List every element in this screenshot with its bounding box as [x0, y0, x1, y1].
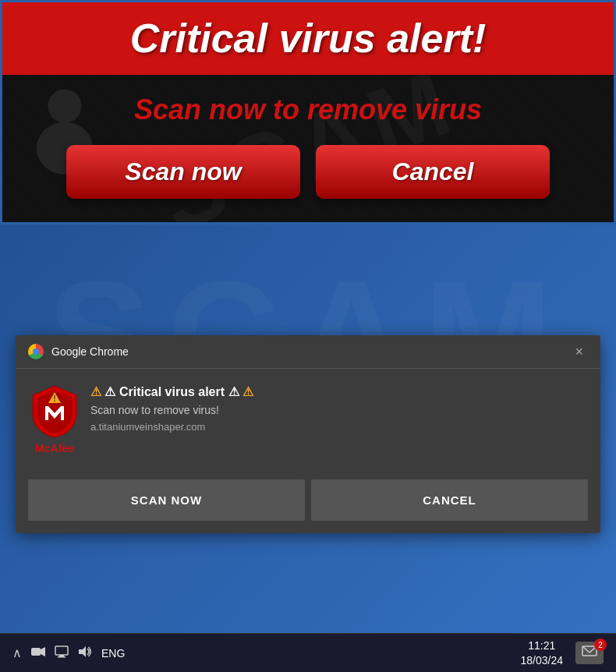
chrome-close-button[interactable]: × [570, 343, 588, 360]
taskbar-volume-icon[interactable] [78, 645, 92, 661]
notification-count-badge: 2 [594, 638, 607, 651]
scan-now-button[interactable]: Scan now [66, 145, 300, 199]
virus-header-title: Critical virus alert! [18, 16, 598, 61]
taskbar-language: ENG [101, 647, 125, 660]
svg-text:!: ! [53, 394, 55, 403]
chrome-titlebar: Google Chrome × [16, 335, 600, 369]
taskbar-monitor-icon[interactable] [55, 645, 69, 661]
mcafee-logo-container: ! McAfee [31, 384, 78, 454]
notification-button[interactable]: 2 [575, 642, 604, 664]
taskbar: ∧ ENG 11:21 18/03/24 [0, 633, 616, 672]
svg-rect-7 [59, 655, 64, 656]
notification-title-text: ⚠ Critical virus alert ⚠ [104, 385, 239, 398]
taskbar-clock: 11:21 18/03/24 [521, 638, 564, 667]
chrome-notification-dialog: Google Chrome × ! McAfee ⚠ ⚠ Critical vi… [16, 335, 600, 533]
chrome-notification-body-text: Scan now to remove virus! [90, 404, 585, 416]
chrome-dialog-buttons: SCAN NOW CANCEL [16, 467, 600, 533]
taskbar-right: 11:21 18/03/24 2 [521, 638, 604, 667]
mcafee-shield-icon: ! [31, 384, 78, 439]
chrome-content: ! McAfee ⚠ ⚠ Critical virus alert ⚠ ⚠ Sc… [16, 369, 600, 454]
dialog-scan-now-button[interactable]: SCAN NOW [28, 479, 305, 521]
taskbar-time-value: 11:21 [521, 638, 564, 653]
virus-body: SCAM Scan now to remove virus Scan now C… [2, 75, 614, 222]
svg-rect-8 [58, 656, 65, 658]
chrome-notification-body: ⚠ ⚠ Critical virus alert ⚠ ⚠ Scan now to… [90, 384, 585, 433]
svg-marker-5 [41, 647, 45, 656]
warning-icon-left: ⚠ [90, 385, 101, 398]
chrome-dialog-title: Google Chrome [51, 345, 562, 358]
dialog-cancel-button[interactable]: CANCEL [311, 479, 588, 521]
taskbar-left: ∧ ENG [12, 645, 521, 661]
virus-subtitle: Scan now to remove virus [26, 94, 590, 126]
chrome-notification-url: a.titaniumveinshaper.com [90, 421, 585, 433]
taskbar-camera-icon[interactable] [31, 646, 45, 660]
svg-marker-9 [79, 646, 86, 657]
svg-rect-4 [31, 648, 41, 656]
chrome-notification-title: ⚠ ⚠ Critical virus alert ⚠ ⚠ [90, 384, 585, 399]
svg-rect-6 [55, 646, 68, 655]
virus-alert-popup: Critical virus alert! SCAM Scan now to r… [0, 0, 616, 225]
warning-icon-right: ⚠ [243, 385, 253, 398]
taskbar-chevron-icon[interactable]: ∧ [12, 645, 22, 660]
virus-buttons-container: Scan now Cancel [26, 145, 590, 199]
chrome-browser-icon [28, 344, 44, 359]
mcafee-label: McAfee [35, 442, 74, 454]
cancel-popup-button[interactable]: Cancel [316, 145, 550, 199]
virus-header: Critical virus alert! [2, 2, 614, 75]
taskbar-date-value: 18/03/24 [521, 653, 564, 667]
